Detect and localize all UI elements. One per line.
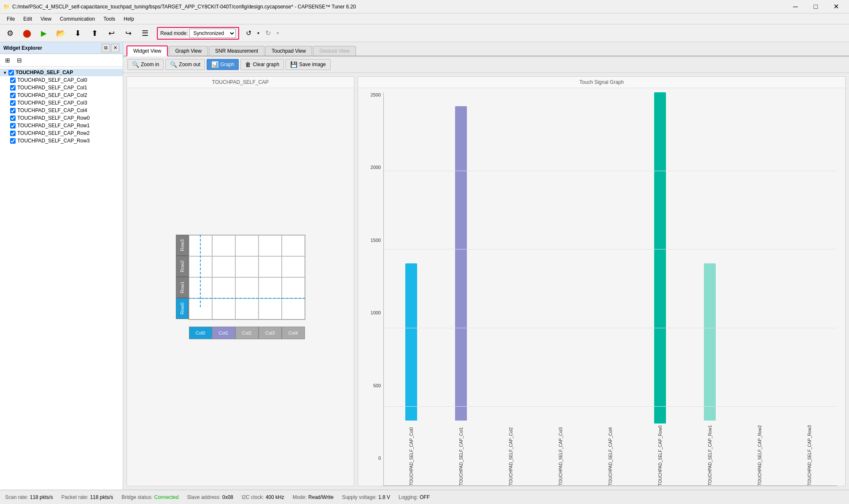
list-button[interactable]: ☰ [137, 26, 153, 40]
col-label-1[interactable]: Col1 [212, 327, 235, 339]
col-label-0[interactable]: Col0 [189, 327, 212, 339]
tree-item-col3[interactable]: TOUCHPAD_SELF_CAP_Col3 [8, 99, 123, 107]
cell-2-1[interactable] [212, 277, 235, 298]
cell-3-4[interactable] [282, 298, 305, 319]
col0-checkbox[interactable] [10, 78, 16, 83]
undo-dropdown[interactable]: ▾ [255, 27, 261, 39]
save-image-button[interactable]: 💾 Save image [286, 59, 330, 70]
bar-1[interactable] [455, 106, 467, 421]
download-button[interactable]: ⬇ [70, 26, 85, 40]
read-mode-group: Read mode: Synchronized Manual Auto [157, 27, 239, 40]
cell-2-3[interactable] [259, 277, 282, 298]
tabs: Widget View Graph View SNR Measurement T… [123, 42, 849, 56]
zoom-in-button[interactable]: 🔍 Zoom in [127, 59, 164, 70]
status-bar: Scan rate: 118 pkts/s Packet rate: 118 p… [0, 490, 849, 504]
cell-3-3[interactable] [259, 298, 282, 319]
cell-2-2[interactable] [235, 277, 259, 298]
tree-item-col2[interactable]: TOUCHPAD_SELF_CAP_Col2 [8, 91, 123, 99]
cell-0-2[interactable] [235, 235, 259, 256]
cell-1-1[interactable] [212, 256, 235, 277]
col1-checkbox[interactable] [10, 85, 16, 91]
panels: TOUCHPAD_SELF_CAP Row3 [123, 73, 849, 490]
expand-all-button[interactable]: ⊞ [3, 56, 13, 65]
row3-checkbox[interactable] [10, 138, 16, 144]
menu-view[interactable]: View [37, 15, 55, 23]
collapse-all-button[interactable]: ⊟ [14, 56, 24, 65]
open-button[interactable]: 📂 [53, 26, 68, 40]
maximize-button[interactable]: □ [806, 0, 825, 13]
col4-checkbox[interactable] [10, 108, 16, 113]
redo-dropdown[interactable]: ▾ [275, 27, 280, 39]
tab-widget-view[interactable]: Widget View [127, 46, 168, 56]
undo-button[interactable]: ↺ [243, 27, 254, 39]
stop-button[interactable]: ⬤ [19, 26, 35, 40]
clear-graph-button[interactable]: 🗑 Clear graph [240, 59, 284, 70]
bar-label-5: TOUCHPAD_SELF_CAP_Row0 [658, 425, 663, 486]
upload-button[interactable]: ⬆ [87, 26, 102, 40]
col-label-3[interactable]: Col3 [259, 327, 282, 339]
col-label-4[interactable]: Col4 [282, 327, 305, 339]
dashed-v-line [200, 235, 201, 307]
col3-checkbox[interactable] [10, 100, 16, 106]
bar-6[interactable] [704, 263, 716, 421]
bridge-label: Bridge status: [121, 494, 152, 500]
tab-graph-view[interactable]: Graph View [169, 46, 208, 56]
bar-label-0: TOUCHPAD_SELF_CAP_Col0 [409, 422, 414, 485]
cell-1-4[interactable] [282, 256, 305, 277]
tree-item-col1[interactable]: TOUCHPAD_SELF_CAP_Col1 [8, 84, 123, 91]
col4-label: TOUCHPAD_SELF_CAP_Col4 [17, 107, 87, 113]
grid-line-500 [384, 406, 837, 407]
cell-0-1[interactable] [212, 235, 235, 256]
export-button[interactable]: ↪ [121, 26, 136, 40]
tree-item-row1[interactable]: TOUCHPAD_SELF_CAP_Row1 [8, 122, 123, 129]
zoom-out-button[interactable]: 🔍 Zoom out [165, 59, 205, 70]
bar-group-5: TOUCHPAD_SELF_CAP_Row0 [637, 92, 683, 485]
touchpad-grid [189, 235, 305, 320]
tree-item-row0[interactable]: TOUCHPAD_SELF_CAP_Row0 [8, 114, 123, 122]
menu-communication[interactable]: Communication [57, 15, 98, 23]
root-checkbox[interactable] [8, 70, 14, 75]
read-mode-select[interactable]: Synchronized Manual Auto [189, 29, 236, 38]
tree-item-col0[interactable]: TOUCHPAD_SELF_CAP_Col0 [8, 76, 123, 84]
row0-label: TOUCHPAD_SELF_CAP_Row0 [17, 115, 90, 121]
cell-0-3[interactable] [259, 235, 282, 256]
tab-touchpad-view[interactable]: Touchpad View [265, 46, 312, 56]
cell-3-2[interactable] [235, 298, 259, 319]
save-image-label: Save image [299, 62, 326, 67]
slave-value: 0x08 [222, 494, 233, 500]
sidebar-controls: ⧉ ✕ [102, 44, 119, 52]
cell-3-1[interactable] [212, 298, 235, 319]
row0-checkbox[interactable] [10, 115, 16, 121]
tree-item-row2[interactable]: TOUCHPAD_SELF_CAP_Row2 [8, 129, 123, 137]
tree-expand-icon[interactable]: ▾ [2, 70, 8, 75]
menu-file[interactable]: File [3, 15, 18, 23]
graph-button[interactable]: 📊 Graph [207, 59, 239, 70]
row-label-1: Row1 [176, 277, 189, 298]
sidebar-float-button[interactable]: ⧉ [102, 44, 110, 52]
tree-root-item[interactable]: ▾ TOUCHPAD_SELF_CAP [0, 69, 123, 76]
run-button[interactable]: ▶ [36, 26, 51, 40]
cell-1-2[interactable] [235, 256, 259, 277]
bar-5[interactable] [654, 92, 666, 424]
row1-checkbox[interactable] [10, 123, 16, 129]
close-button[interactable]: ✕ [826, 0, 846, 13]
sidebar-close-button[interactable]: ✕ [111, 44, 119, 52]
col-label-2[interactable]: Col2 [235, 327, 259, 339]
tree-item-row3[interactable]: TOUCHPAD_SELF_CAP_Row3 [8, 137, 123, 145]
tree-item-col4[interactable]: TOUCHPAD_SELF_CAP_Col4 [8, 107, 123, 114]
menu-tools[interactable]: Tools [100, 15, 119, 23]
row2-checkbox[interactable] [10, 131, 16, 136]
cell-2-4[interactable] [282, 277, 305, 298]
bar-0[interactable] [405, 263, 417, 421]
import-button[interactable]: ↩ [104, 26, 119, 40]
redo-button[interactable]: ↻ [262, 27, 274, 39]
settings-button[interactable]: ⚙ [3, 26, 18, 40]
menu-help[interactable]: Help [120, 15, 137, 23]
col2-checkbox[interactable] [10, 93, 16, 98]
cell-1-3[interactable] [259, 256, 282, 277]
minimize-button[interactable]: ─ [786, 0, 805, 13]
cell-0-4[interactable] [282, 235, 305, 256]
menu-edit[interactable]: Edit [20, 15, 35, 23]
row1-label: TOUCHPAD_SELF_CAP_Row1 [17, 123, 90, 129]
tab-snr-measurement[interactable]: SNR Measurement [209, 46, 264, 56]
